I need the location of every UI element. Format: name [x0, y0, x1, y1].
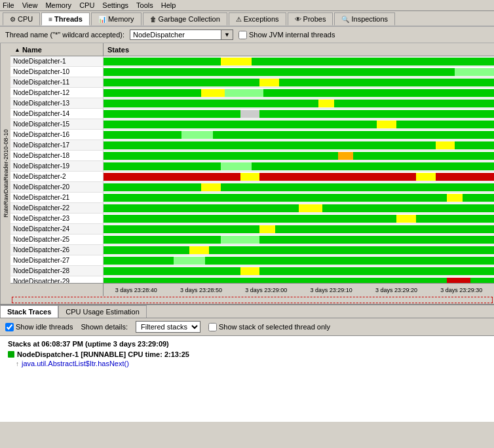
thread-states-cell — [104, 234, 494, 244]
thread-name-cell: NodeDispatcher-1 — [10, 56, 104, 66]
state-bar — [201, 183, 221, 191]
show-stack-label: Show stack of selected thread only — [208, 323, 330, 331]
table-row[interactable]: NodeDispatcher-1 — [10, 56, 494, 67]
thread-table-header: ▲ Name States — [10, 43, 494, 56]
jvm-threads-checkbox[interactable] — [238, 31, 247, 39]
state-bar — [259, 267, 494, 275]
thread-name-cell: NodeDispatcher-26 — [10, 245, 104, 255]
table-row[interactable]: NodeDispatcher-11 — [10, 77, 494, 88]
table-row[interactable]: NodeDispatcher-14 — [10, 109, 494, 119]
tab-cpu-usage[interactable]: CPU Usage Estimation — [58, 305, 147, 318]
state-bar — [104, 121, 377, 128]
tab-stack-traces[interactable]: Stack Traces — [0, 305, 58, 318]
thread-states-cell — [104, 214, 494, 223]
state-bar — [338, 152, 354, 160]
show-idle-checkbox[interactable] — [5, 323, 14, 331]
table-row[interactable]: NodeDispatcher-18 — [10, 151, 494, 161]
main-content: RateRawDataReader-2010-08-10 ▲ Name Stat… — [0, 43, 494, 304]
cpu-icon: ⚙ — [10, 16, 16, 23]
menu-view[interactable]: View — [22, 1, 38, 9]
stack-time: Stacks at 06:08:37 PM (uptime 3 days 23:… — [8, 340, 486, 348]
time-tick: 3 days 23:29:20 — [375, 287, 417, 293]
table-row[interactable]: NodeDispatcher-21 — [10, 193, 494, 203]
state-bar — [377, 121, 396, 128]
state-bar — [263, 89, 494, 97]
thread-states-cell — [104, 203, 494, 213]
state-bar — [447, 278, 470, 284]
table-row[interactable]: NodeDispatcher-25 — [10, 234, 494, 245]
show-stack-checkbox[interactable] — [208, 323, 217, 331]
thread-states-cell — [104, 255, 494, 265]
thread-states-cell — [104, 172, 494, 181]
tab-threads[interactable]: ≡ Threads — [41, 12, 90, 26]
state-bar — [104, 68, 455, 76]
table-row[interactable]: NodeDispatcher-24 — [10, 224, 494, 234]
table-row[interactable]: NodeDispatcher-23 — [10, 214, 494, 224]
tab-memory[interactable]: 📊 Memory — [91, 12, 142, 26]
thread-states-cell — [104, 119, 494, 129]
col-name-header: ▲ Name — [10, 43, 104, 56]
sort-arrow: ▲ — [14, 47, 20, 53]
state-bar — [252, 162, 494, 170]
menu-tools[interactable]: Tools — [136, 1, 153, 9]
state-bar — [104, 278, 447, 284]
table-row[interactable]: NodeDispatcher-12 — [10, 88, 494, 98]
shown-details-dropdown[interactable]: Filtered stacks — [136, 321, 200, 333]
sidebar-label: RateRawDataReader-2010-08-10 — [0, 43, 10, 304]
thread-name-cell: NodeDispatcher-28 — [10, 266, 104, 276]
filter-dropdown-button[interactable]: ▼ — [221, 29, 233, 40]
state-bar — [240, 267, 260, 275]
state-bar — [104, 152, 338, 160]
bottom-options: Show idle threads Shown details: Filtere… — [0, 318, 494, 336]
table-row[interactable]: NodeDispatcher-17 — [10, 140, 494, 151]
state-bar — [259, 79, 279, 86]
table-row[interactable]: NodeDispatcher-16 — [10, 130, 494, 140]
inspections-icon: 🔍 — [341, 16, 349, 23]
bottom-content: Stacks at 06:08:37 PM (uptime 3 days 23:… — [0, 336, 494, 422]
state-bar — [396, 215, 416, 223]
thread-states-cell — [104, 151, 494, 160]
table-row[interactable]: NodeDispatcher-15 — [10, 119, 494, 130]
tab-gc[interactable]: 🗑 Garbage Collection — [143, 12, 227, 26]
thread-states-cell — [104, 109, 494, 119]
state-bar — [259, 236, 494, 244]
threads-area: ▲ Name States NodeDispatcher-1NodeDispat… — [10, 43, 494, 304]
table-row[interactable]: NodeDispatcher-20 — [10, 182, 494, 193]
table-row[interactable]: NodeDispatcher-29 — [10, 276, 494, 283]
menu-help[interactable]: Help — [161, 1, 176, 9]
thread-states-cell — [104, 193, 494, 202]
tab-inspections[interactable]: 🔍 Inspections — [334, 12, 395, 26]
memory-icon: 📊 — [98, 16, 106, 23]
stack-thread-header: NodeDispatcher-1 [RUNNABLE] CPU time: 2:… — [8, 350, 486, 358]
table-row[interactable]: NodeDispatcher-13 — [10, 98, 494, 109]
tab-exceptions[interactable]: ⚠ Exceptions — [229, 12, 286, 26]
thread-name-cell: NodeDispatcher-17 — [10, 140, 104, 150]
thread-name-cell: NodeDispatcher-24 — [10, 224, 104, 234]
table-row[interactable]: NodeDispatcher-19 — [10, 161, 494, 172]
menu-file[interactable]: File — [3, 1, 14, 9]
tab-probes[interactable]: 👁 Probes — [288, 12, 333, 26]
time-tick: 3 days 23:28:50 — [180, 287, 222, 293]
state-bar — [104, 183, 201, 191]
state-bar — [455, 68, 494, 76]
thread-name-cell: NodeDispatcher-12 — [10, 88, 104, 98]
table-row[interactable]: NodeDispatcher-27 — [10, 255, 494, 266]
thread-rows: NodeDispatcher-1NodeDispatcher-10NodeDis… — [10, 56, 494, 283]
menu-cpu[interactable]: CPU — [79, 1, 94, 9]
menu-memory[interactable]: Memory — [45, 1, 71, 9]
table-row[interactable]: NodeDispatcher-10 — [10, 67, 494, 77]
state-bar — [201, 89, 225, 97]
state-bar — [436, 141, 455, 149]
state-bar — [189, 246, 209, 254]
thread-name-cell: NodeDispatcher-18 — [10, 151, 104, 160]
tab-cpu[interactable]: ⚙ CPU — [3, 12, 40, 26]
table-row[interactable]: NodeDispatcher-28 — [10, 266, 494, 276]
state-bar — [240, 110, 260, 118]
table-row[interactable]: NodeDispatcher-26 — [10, 245, 494, 255]
stack-frame: ↑ java.util.AbstractList$Itr.hasNext() — [8, 360, 486, 367]
table-row[interactable]: NodeDispatcher-2 — [10, 172, 494, 182]
thread-name-cell: NodeDispatcher-29 — [10, 276, 104, 283]
thread-filter-input[interactable] — [130, 29, 221, 40]
table-row[interactable]: NodeDispatcher-22 — [10, 203, 494, 214]
menu-settings[interactable]: Settings — [102, 1, 128, 9]
